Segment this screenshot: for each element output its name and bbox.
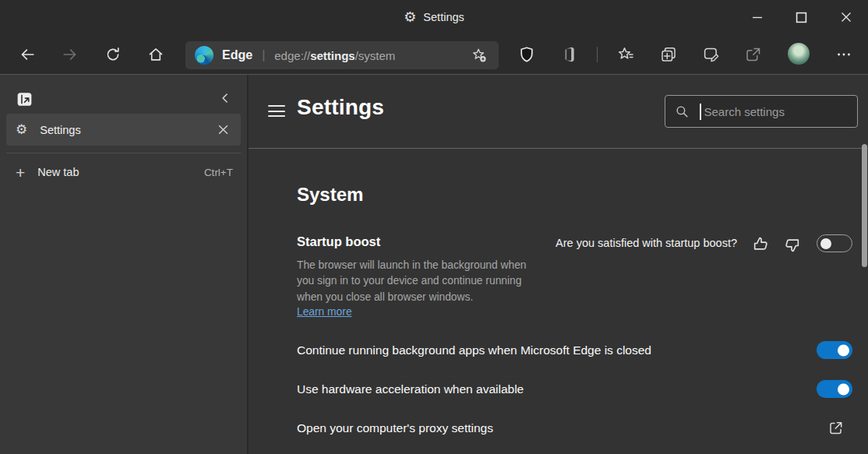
collapse-pane-icon[interactable] xyxy=(214,87,236,109)
thumbs-down-icon[interactable] xyxy=(780,233,803,256)
address-site-name: Edge xyxy=(222,48,252,62)
sidebar-divider xyxy=(6,153,241,153)
vertical-tabs-sidebar: ⚙ Settings + New tab Ctrl+T xyxy=(0,75,248,454)
settings-menu-icon[interactable] xyxy=(268,105,285,117)
thumbs-up-icon[interactable] xyxy=(750,233,773,256)
section-title: System xyxy=(297,184,363,206)
open-external-icon[interactable] xyxy=(825,417,847,439)
back-button[interactable] xyxy=(16,43,39,66)
search-input[interactable] xyxy=(703,104,849,119)
scrollbar-thumb[interactable] xyxy=(862,144,867,267)
minimize-button[interactable] xyxy=(735,0,779,34)
tab-label: Settings xyxy=(40,124,80,136)
web-capture-icon[interactable] xyxy=(700,43,723,66)
window-title: ⚙ Settings xyxy=(404,0,464,34)
add-favorite-icon[interactable] xyxy=(469,45,489,65)
background-apps-label: Continue running background apps when Mi… xyxy=(297,343,651,357)
plus-icon: + xyxy=(16,164,25,181)
text-caret xyxy=(700,104,701,120)
collections-icon[interactable] xyxy=(657,43,680,66)
startup-boost-description: The browser will launch in the backgroun… xyxy=(297,258,540,305)
adblock-extension-icon[interactable] xyxy=(515,43,538,66)
search-settings-box[interactable] xyxy=(665,95,858,128)
new-tab-label: New tab xyxy=(37,166,79,178)
new-tab-shortcut: Ctrl+T xyxy=(204,167,233,178)
address-bar[interactable]: Edge | edge://settings/system xyxy=(185,41,499,69)
proxy-settings-label: Open your computer's proxy settings xyxy=(297,421,493,435)
profile-avatar[interactable] xyxy=(788,43,810,65)
browser-window: ⚙ Settings Ed xyxy=(0,0,868,454)
background-apps-toggle[interactable] xyxy=(817,341,852,359)
favorites-icon[interactable] xyxy=(614,43,637,66)
url-path: /system xyxy=(355,49,396,62)
startup-boost-toggle[interactable] xyxy=(817,234,852,252)
toolbar-separator xyxy=(597,47,598,62)
edge-logo-icon xyxy=(195,46,213,65)
settings-gear-icon: ⚙ xyxy=(404,10,416,24)
address-url: edge://settings/system xyxy=(274,49,395,62)
window-title-text: Settings xyxy=(423,11,464,23)
home-button[interactable] xyxy=(144,43,168,66)
url-host: settings xyxy=(310,49,355,62)
close-window-button[interactable] xyxy=(824,0,868,34)
gear-icon: ⚙ xyxy=(16,123,27,136)
header-divider xyxy=(249,148,868,149)
feedback-question: Are you satisfied with startup boost? xyxy=(556,237,737,249)
hardware-acceleration-label: Use hardware acceleration when available xyxy=(297,382,524,396)
forward-button[interactable] xyxy=(58,43,82,66)
share-icon[interactable] xyxy=(742,43,765,66)
settings-page: Settings System Startup boost The browse… xyxy=(249,75,868,454)
office-extension-icon[interactable] xyxy=(558,43,581,66)
window-controls xyxy=(735,0,868,34)
hardware-acceleration-toggle[interactable] xyxy=(817,380,852,398)
page-title: Settings xyxy=(297,95,384,120)
learn-more-link[interactable]: Learn more xyxy=(297,306,352,318)
address-separator: | xyxy=(262,48,265,62)
search-icon xyxy=(675,104,690,119)
sidebar-tab-settings[interactable]: ⚙ Settings xyxy=(6,114,241,146)
new-tab-button[interactable]: + New tab Ctrl+T xyxy=(0,156,247,188)
startup-boost-title: Startup boost xyxy=(297,234,380,249)
settings-and-more-icon[interactable] xyxy=(832,43,856,66)
maximize-button[interactable] xyxy=(779,0,824,34)
tab-actions-menu-icon[interactable] xyxy=(12,87,36,111)
url-scheme: edge:// xyxy=(274,49,310,62)
navigation-bar: Edge | edge://settings/system xyxy=(0,34,868,75)
refresh-button[interactable] xyxy=(101,43,125,66)
close-tab-icon[interactable] xyxy=(214,121,231,139)
title-bar: ⚙ Settings xyxy=(0,0,868,34)
